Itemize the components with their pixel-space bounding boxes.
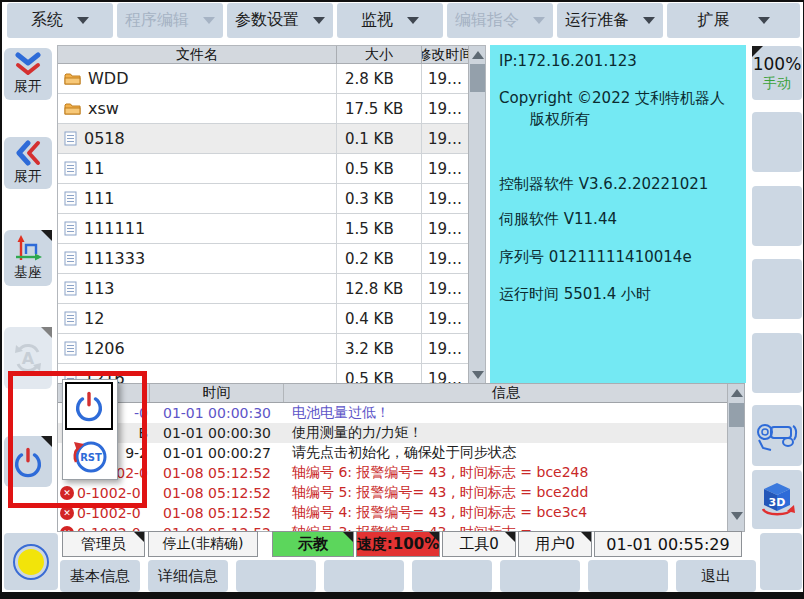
column-header-filename[interactable]: 文件名 — [58, 46, 336, 63]
log-message: 轴编号 4: 报警编号= 43 , 时间标志 = bce3c4 — [284, 503, 728, 523]
user-role-field[interactable]: 管理员 — [62, 531, 145, 557]
menu-parameter-settings[interactable]: 参数设置 — [227, 3, 333, 38]
corner-flag-icon — [752, 46, 763, 57]
log-row[interactable]: 02-0 01-08 05:12:52 轴编号 6: 报警编号= 43 , 时间… — [58, 463, 728, 483]
ip-address: IP:172.16.201.123 — [499, 52, 637, 70]
menu-edit-command: 编辑指令 — [447, 3, 553, 38]
speed-field[interactable]: 速度:100% — [356, 531, 440, 557]
log-row[interactable]: ✕0-1002-0 01-08 05:12:52 轴编号 4: 报警编号= 43… — [58, 503, 728, 523]
tab-detail-info[interactable]: 详细信息 — [148, 560, 228, 592]
file-icon — [64, 341, 77, 356]
speed-percent-label: 100% — [753, 55, 802, 75]
file-icon — [64, 311, 77, 326]
tab-empty-4[interactable] — [500, 560, 580, 592]
power-on-button[interactable] — [65, 382, 113, 430]
servo-power-button[interactable] — [4, 436, 52, 487]
file-name: 1206 — [84, 339, 125, 358]
datetime-label: 01-01 00:55:29 — [606, 535, 729, 554]
menu-run-prepare-label: 运行准备 — [565, 10, 629, 31]
column-header-log-time[interactable]: 时间 — [150, 384, 284, 402]
yellow-indicator-icon — [15, 546, 47, 578]
base-frame-button[interactable]: 基座 — [4, 230, 52, 286]
user-frame-field[interactable]: 用户0 — [518, 531, 592, 557]
file-row[interactable]: 113 12.8 KB 19… — [58, 274, 469, 304]
file-time: 19… — [421, 184, 469, 213]
scroll-down-icon[interactable] — [731, 512, 743, 520]
file-size: 0.3 KB — [336, 184, 421, 213]
tab-empty-2[interactable] — [324, 560, 404, 592]
file-row[interactable]: 111 0.3 KB 19… — [58, 184, 469, 214]
file-row[interactable]: 1206 3.2 KB 19… — [58, 334, 469, 364]
log-row[interactable]: -0 01-01 00:00:30 电池电量过低！ — [58, 403, 728, 423]
toolbar-empty-button-5[interactable] — [760, 533, 802, 590]
log-scrollbar[interactable] — [727, 384, 745, 531]
file-row[interactable]: 111333 0.2 KB 19… — [58, 244, 469, 274]
teach-mode-field[interactable]: 示教 — [272, 531, 354, 557]
toolbar-empty-button-3[interactable] — [752, 259, 802, 319]
3d-view-button[interactable]: 3D — [752, 470, 802, 529]
column-header-log-message[interactable]: 信息 — [284, 384, 728, 402]
tab-empty-1[interactable] — [236, 560, 316, 592]
scroll-down-icon[interactable] — [472, 371, 484, 379]
file-icon — [64, 161, 77, 176]
runtime-hours: 运行时间 5501.4 小时 — [499, 285, 651, 304]
log-time: 01-08 05:12:52 — [150, 483, 284, 503]
file-row[interactable]: xsw 17.5 KB 19… — [58, 94, 469, 124]
controller-version: 控制器软件 V3.6.2.20221021 — [499, 175, 708, 194]
joystick-icon — [755, 418, 799, 454]
reset-rst-icon: RST — [70, 436, 110, 476]
scroll-up-icon[interactable] — [731, 389, 743, 397]
file-time: 19… — [421, 274, 469, 303]
log-time: 01-01 00:00:27 — [150, 443, 284, 463]
file-scrollbar[interactable] — [468, 46, 486, 384]
toolbar-empty-button-1[interactable] — [752, 112, 802, 172]
reset-button[interactable]: RST — [70, 436, 110, 476]
file-time: 19… — [421, 244, 469, 273]
log-table-header: 编号 时间 信息 — [58, 384, 728, 403]
auto-mode-button: A — [4, 327, 52, 389]
menu-monitor[interactable]: 监视 — [337, 3, 443, 38]
tab-empty-5[interactable] — [588, 560, 668, 592]
scrollbar-thumb[interactable] — [470, 64, 485, 92]
svg-text:RST: RST — [80, 452, 102, 463]
file-row[interactable]: 111111 1.5 KB 19… — [58, 214, 469, 244]
jog-pendant-button[interactable] — [752, 405, 802, 466]
speed-mode-button[interactable]: 100% 手动 — [752, 46, 802, 100]
toolbar-empty-button-4[interactable] — [752, 333, 802, 393]
datetime-field: 01-01 00:55:29 — [594, 531, 742, 557]
scrollbar-thumb[interactable] — [729, 403, 744, 427]
chevrons-left-icon — [14, 140, 42, 166]
exit-button[interactable]: 退出 — [676, 560, 756, 592]
log-row[interactable]: 9-2 01-01 00:00:27 请先点击初始化，确保处于同步状态 — [58, 443, 728, 463]
menu-system[interactable]: 系统 — [7, 3, 113, 38]
column-header-size[interactable]: 大小 — [336, 46, 421, 63]
column-header-modified[interactable]: 修改时间 — [421, 46, 469, 63]
expand-left-button[interactable]: 展开 — [4, 137, 52, 189]
tab-basic-info[interactable]: 基本信息 — [60, 560, 140, 592]
tool-frame-field[interactable]: 工具0 — [442, 531, 516, 557]
log-row[interactable]: ✕0-1002-0 01-08 05:12:52 轴编号 5: 报警编号= 43… — [58, 483, 728, 503]
status-indicator-button[interactable] — [4, 533, 58, 590]
file-size: 3.2 KB — [336, 334, 421, 363]
log-row[interactable]: B 01-01 00:00:30 使用测量的力/力矩！ — [58, 423, 728, 443]
file-icon — [64, 131, 77, 146]
menu-extend[interactable]: 扩展 — [667, 3, 800, 38]
file-row[interactable]: 12 0.4 KB 19… — [58, 304, 469, 334]
file-name: 12 — [84, 309, 104, 328]
svg-text:3D: 3D — [769, 496, 786, 509]
file-name: 111111 — [84, 219, 145, 238]
serial-number: 序列号 01211111410014e — [499, 248, 692, 267]
file-row[interactable]: 11 0.5 KB 19… — [58, 154, 469, 184]
toolbar-empty-button-2[interactable] — [752, 186, 802, 246]
tool-frame-label: 工具0 — [459, 535, 499, 554]
svg-text:A: A — [22, 349, 35, 368]
expand-down-button[interactable]: 展开 — [4, 48, 52, 100]
file-row[interactable]: WDD 2.8 KB 19… — [58, 64, 469, 94]
tab-empty-3[interactable] — [412, 560, 492, 592]
scroll-up-icon[interactable] — [472, 51, 484, 59]
error-icon: ✕ — [60, 486, 74, 500]
file-row[interactable]: 0518 0.1 KB 19… — [58, 124, 469, 154]
file-time: 19… — [421, 214, 469, 243]
file-row[interactable]: 1216 0.5 KB 19… — [58, 364, 469, 385]
menu-run-prepare[interactable]: 运行准备 — [557, 3, 663, 38]
